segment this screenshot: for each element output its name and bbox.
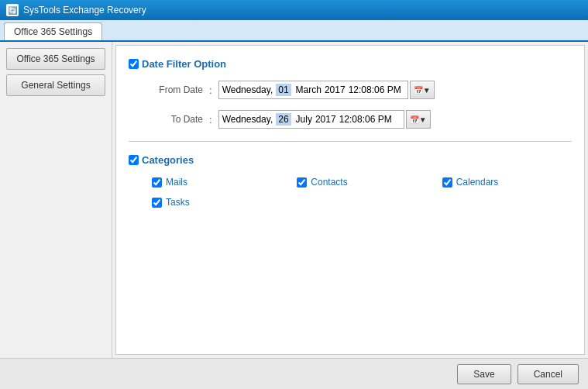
calendars-label: Calendars: [456, 177, 499, 188]
categories-checkbox[interactable]: [129, 155, 139, 165]
contacts-checkbox[interactable]: [297, 177, 307, 188]
section-divider: [129, 141, 572, 142]
from-date-picker-button[interactable]: 📅▼: [410, 81, 435, 99]
date-filter-checkbox[interactable]: [129, 59, 139, 69]
tabs-bar: Office 365 Settings: [0, 20, 588, 42]
tasks-checkbox[interactable]: [152, 198, 162, 208]
content-panel: Date Filter Option From Date : Wednesday…: [115, 45, 585, 355]
calendar-icon: 📅▼: [414, 86, 431, 95]
office365-settings-button[interactable]: Office 365 Settings: [6, 48, 105, 70]
from-date-dayname: Wednesday,: [222, 84, 273, 95]
mails-label: Mails: [166, 177, 187, 188]
to-date-label: To Date: [141, 114, 203, 125]
title-bar-text: SysTools Exchange Recovery: [23, 5, 146, 15]
main-content: Office 365 Settings General Settings Dat…: [0, 42, 588, 358]
from-date-colon: :: [209, 84, 212, 96]
to-date-year: 2017: [315, 114, 336, 125]
from-date-time: 12:08:06 PM: [349, 84, 401, 95]
to-date-field[interactable]: Wednesday, 26 July 2017 12:08:06 PM: [218, 110, 404, 129]
categories-checkbox-wrapper[interactable]: Categories: [129, 154, 194, 166]
mails-checkbox[interactable]: [152, 177, 162, 188]
category-calendars: Calendars: [442, 177, 572, 188]
to-date-picker-button[interactable]: 📅▼: [406, 110, 431, 129]
to-date-colon: :: [209, 114, 212, 126]
date-filter-label: Date Filter Option: [142, 58, 226, 70]
contacts-label: Contacts: [311, 177, 347, 188]
save-button[interactable]: Save: [457, 364, 511, 384]
date-filter-section-header: Date Filter Option: [129, 58, 572, 70]
to-date-day: 26: [276, 113, 291, 126]
categories-label: Categories: [142, 154, 194, 166]
from-date-row: From Date : Wednesday, 01 March 2017 12:…: [141, 81, 572, 99]
from-date-label: From Date: [141, 84, 203, 95]
to-date-time: 12:08:06 PM: [339, 114, 392, 125]
to-calendar-icon: 📅▼: [410, 115, 427, 124]
cancel-button[interactable]: Cancel: [518, 364, 579, 384]
from-date-year: 2017: [325, 84, 346, 95]
categories-section: Categories Mails Contacts Calendars: [129, 154, 572, 208]
to-date-row: To Date : Wednesday, 26 July 2017 12:08:…: [141, 110, 572, 129]
category-tasks: Tasks: [152, 197, 281, 208]
to-date-dayname: Wednesday,: [222, 114, 273, 125]
from-date-field[interactable]: Wednesday, 01 March 2017 12:08:06 PM: [218, 81, 408, 99]
category-contacts: Contacts: [297, 177, 426, 188]
category-mails: Mails: [152, 177, 281, 188]
to-date-month: July: [296, 114, 312, 125]
tasks-label: Tasks: [166, 197, 190, 208]
date-filter-checkbox-wrapper[interactable]: Date Filter Option: [129, 58, 226, 70]
title-bar: 🔄 SysTools Exchange Recovery: [0, 0, 588, 20]
categories-items: Mails Contacts Calendars Tasks: [152, 177, 572, 208]
sidebar: Office 365 Settings General Settings: [0, 42, 112, 358]
from-date-month: March: [296, 84, 322, 95]
footer: Save Cancel: [0, 358, 588, 389]
general-settings-button[interactable]: General Settings: [6, 74, 105, 96]
categories-header: Categories: [129, 154, 572, 166]
from-date-day: 01: [276, 84, 291, 96]
calendars-checkbox[interactable]: [442, 177, 452, 188]
app-icon: 🔄: [6, 4, 19, 16]
tab-office365[interactable]: Office 365 Settings: [4, 22, 102, 40]
